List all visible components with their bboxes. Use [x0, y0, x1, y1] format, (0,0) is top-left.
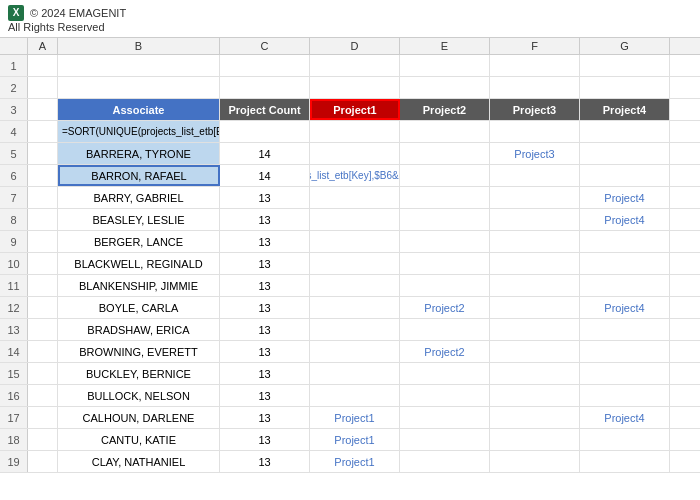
cell-13e[interactable] — [400, 319, 490, 340]
cell-4a[interactable] — [28, 121, 58, 142]
cell-10e[interactable] — [400, 253, 490, 274]
cell-13a[interactable] — [28, 319, 58, 340]
cell-13d[interactable] — [310, 319, 400, 340]
cell-12b[interactable]: BOYLE, CARLA — [58, 297, 220, 318]
cell-19a[interactable] — [28, 451, 58, 472]
cell-7d[interactable] — [310, 187, 400, 208]
cell-13b[interactable]: BRADSHAW, ERICA — [58, 319, 220, 340]
cell-5d[interactable] — [310, 143, 400, 164]
cell-1e[interactable] — [400, 55, 490, 76]
col-header-f[interactable]: F — [490, 38, 580, 54]
cell-9g[interactable] — [580, 231, 670, 252]
cell-8b[interactable]: BEASLEY, LESLIE — [58, 209, 220, 230]
col-header-e[interactable]: E — [400, 38, 490, 54]
cell-15e[interactable] — [400, 363, 490, 384]
cell-5f[interactable]: Project3 — [490, 143, 580, 164]
cell-15b[interactable]: BUCKLEY, BERNICE — [58, 363, 220, 384]
cell-18c[interactable]: 13 — [220, 429, 310, 450]
cell-5b[interactable]: BARRERA, TYRONE — [58, 143, 220, 164]
header-project-count[interactable]: Project Count — [220, 99, 310, 120]
col-header-b[interactable]: B — [58, 38, 220, 54]
cell-18b[interactable]: CANTU, KATIE — [58, 429, 220, 450]
cell-15g[interactable] — [580, 363, 670, 384]
cell-7e[interactable] — [400, 187, 490, 208]
cell-14a[interactable] — [28, 341, 58, 362]
cell-9b[interactable]: BERGER, LANCE — [58, 231, 220, 252]
cell-7g[interactable]: Project4 — [580, 187, 670, 208]
cell-16b[interactable]: BULLOCK, NELSON — [58, 385, 220, 406]
cell-8a[interactable] — [28, 209, 58, 230]
col-header-d[interactable]: D — [310, 38, 400, 54]
cell-6f[interactable] — [490, 165, 580, 186]
cell-6g[interactable] — [580, 165, 670, 186]
cell-10f[interactable] — [490, 253, 580, 274]
cell-17d[interactable]: Project1 — [310, 407, 400, 428]
cell-11b[interactable]: BLANKENSHIP, JIMMIE — [58, 275, 220, 296]
cell-12e[interactable]: Project2 — [400, 297, 490, 318]
cell-11f[interactable] — [490, 275, 580, 296]
cell-1d[interactable] — [310, 55, 400, 76]
cell-10a[interactable] — [28, 253, 58, 274]
cell-2f[interactable] — [490, 77, 580, 98]
cell-19f[interactable] — [490, 451, 580, 472]
cell-8e[interactable] — [400, 209, 490, 230]
cell-14e[interactable]: Project2 — [400, 341, 490, 362]
cell-5g[interactable] — [580, 143, 670, 164]
cell-11d[interactable] — [310, 275, 400, 296]
cell-4b-formula[interactable]: =SORT(UNIQUE(projects_list_etb[Employees… — [58, 121, 220, 142]
cell-18d[interactable]: Project1 — [310, 429, 400, 450]
cell-9f[interactable] — [490, 231, 580, 252]
cell-18g[interactable] — [580, 429, 670, 450]
cell-17g[interactable]: Project4 — [580, 407, 670, 428]
cell-7f[interactable] — [490, 187, 580, 208]
cell-17c[interactable]: 13 — [220, 407, 310, 428]
cell-1a[interactable] — [28, 55, 58, 76]
cell-8d[interactable] — [310, 209, 400, 230]
cell-7b[interactable]: BARRY, GABRIEL — [58, 187, 220, 208]
cell-19d[interactable]: Project1 — [310, 451, 400, 472]
col-header-a[interactable]: A — [28, 38, 58, 54]
cell-19e[interactable] — [400, 451, 490, 472]
cell-12a[interactable] — [28, 297, 58, 318]
cell-6d-formula[interactable]: =IF(COUNTIF(projects_list_etb[Key],$B6&D… — [310, 165, 400, 186]
cell-2a[interactable] — [28, 77, 58, 98]
cell-6a[interactable] — [28, 165, 58, 186]
cell-17e[interactable] — [400, 407, 490, 428]
cell-5c[interactable]: 14 — [220, 143, 310, 164]
cell-8g[interactable]: Project4 — [580, 209, 670, 230]
cell-1g[interactable] — [580, 55, 670, 76]
cell-19c[interactable]: 13 — [220, 451, 310, 472]
cell-10d[interactable] — [310, 253, 400, 274]
cell-9a[interactable] — [28, 231, 58, 252]
cell-12d[interactable] — [310, 297, 400, 318]
cell-16e[interactable] — [400, 385, 490, 406]
cell-11a[interactable] — [28, 275, 58, 296]
cell-3a[interactable] — [28, 99, 58, 120]
cell-8c[interactable]: 13 — [220, 209, 310, 230]
cell-2d[interactable] — [310, 77, 400, 98]
cell-16d[interactable] — [310, 385, 400, 406]
cell-5a[interactable] — [28, 143, 58, 164]
col-header-c[interactable]: C — [220, 38, 310, 54]
cell-16a[interactable] — [28, 385, 58, 406]
cell-13g[interactable] — [580, 319, 670, 340]
cell-2c[interactable] — [220, 77, 310, 98]
cell-2g[interactable] — [580, 77, 670, 98]
cell-6c[interactable]: 14 — [220, 165, 310, 186]
cell-16c[interactable]: 13 — [220, 385, 310, 406]
cell-5e[interactable] — [400, 143, 490, 164]
cell-1c[interactable] — [220, 55, 310, 76]
cell-6b[interactable]: BARRON, RAFAEL — [58, 165, 220, 186]
cell-15d[interactable] — [310, 363, 400, 384]
col-header-g[interactable]: G — [580, 38, 670, 54]
cell-4e[interactable] — [400, 121, 490, 142]
cell-14c[interactable]: 13 — [220, 341, 310, 362]
cell-10b[interactable]: BLACKWELL, REGINALD — [58, 253, 220, 274]
cell-12c[interactable]: 13 — [220, 297, 310, 318]
header-project3[interactable]: Project3 — [490, 99, 580, 120]
cell-15f[interactable] — [490, 363, 580, 384]
cell-17b[interactable]: CALHOUN, DARLENE — [58, 407, 220, 428]
header-associate[interactable]: Associate — [58, 99, 220, 120]
cell-1b[interactable] — [58, 55, 220, 76]
cell-4c[interactable] — [220, 121, 310, 142]
